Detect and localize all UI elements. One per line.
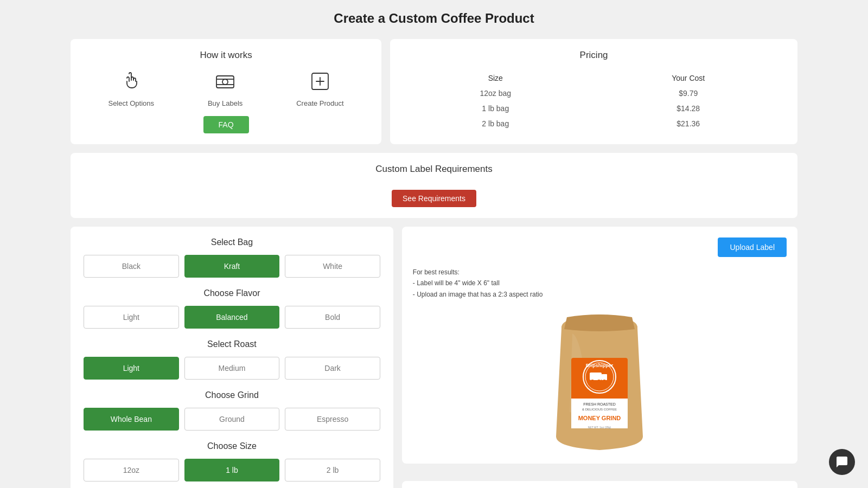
choose-flavor-buttons: Light Balanced Bold xyxy=(84,306,380,329)
grind-option-whole-bean[interactable]: Whole Bean xyxy=(84,408,179,431)
best-results-line-2: - Upload an image that has a 2:3 aspect … xyxy=(413,291,542,298)
choose-grind-title: Choose Grind xyxy=(84,390,380,400)
choose-grind-buttons: Whole Bean Ground Espresso xyxy=(84,408,380,431)
choose-size-buttons: 12oz 1 lb 2 lb xyxy=(84,459,380,481)
flavor-option-balanced[interactable]: Balanced xyxy=(184,306,280,329)
faq-button[interactable]: FAQ xyxy=(203,116,249,133)
flavor-option-light[interactable]: Light xyxy=(84,306,179,329)
choose-size-group: Choose Size 12oz 1 lb 2 lb xyxy=(84,441,380,481)
bag-option-kraft[interactable]: Kraft xyxy=(184,255,280,278)
svg-point-13 xyxy=(597,380,601,383)
plus-box-icon xyxy=(309,70,331,95)
choose-grind-group: Choose Grind Whole Bean Ground Espresso xyxy=(84,390,380,431)
roast-option-dark[interactable]: Dark xyxy=(285,357,380,380)
pricing-size-2: 1 lb bag xyxy=(401,101,590,116)
pricing-cost-3: $21.36 xyxy=(590,116,787,131)
preview-top-area: Upload Label xyxy=(413,237,787,262)
select-roast-title: Select Roast xyxy=(84,339,380,349)
create-product-card: Create Product xyxy=(402,481,797,488)
see-requirements-button[interactable]: See Requirements xyxy=(392,190,476,207)
bag-option-white[interactable]: White xyxy=(285,255,380,278)
chat-bubble[interactable] xyxy=(829,449,855,475)
svg-point-15 xyxy=(603,380,606,383)
money-icon xyxy=(214,70,236,95)
svg-text:MONEY GRIND: MONEY GRIND xyxy=(578,415,621,421)
svg-text:FRESH ROASTED: FRESH ROASTED xyxy=(584,402,616,406)
svg-point-1 xyxy=(222,79,228,85)
pricing-table: Size Your Cost 12oz bag $9.79 1 lb bag $… xyxy=(401,70,787,131)
pricing-row-2: 1 lb bag $14.28 xyxy=(401,101,787,116)
svg-rect-0 xyxy=(216,76,234,88)
bag-preview-svg: Dripshipper FRESH ROASTED & DELICIOUS CO… xyxy=(545,306,654,453)
select-roast-buttons: Light Medium Dark xyxy=(84,357,380,380)
bag-option-black[interactable]: Black xyxy=(84,255,179,278)
bag-preview: Dripshipper FRESH ROASTED & DELICIOUS CO… xyxy=(413,306,787,453)
how-it-works-steps: Select Options Buy Labels xyxy=(81,70,371,107)
size-option-1lb[interactable]: 1 lb xyxy=(184,459,280,481)
svg-text:& DELICIOUS COFFEE: & DELICIOUS COFFEE xyxy=(582,408,617,411)
pricing-cost-2: $14.28 xyxy=(590,101,787,116)
custom-label-title: Custom Label Requirements xyxy=(81,164,787,175)
step-create-product: Create Product xyxy=(296,70,343,107)
svg-rect-14 xyxy=(602,374,607,380)
upload-label-button[interactable]: Upload Label xyxy=(718,237,787,257)
pricing-row-3: 2 lb bag $21.36 xyxy=(401,116,787,131)
grind-option-espresso[interactable]: Espresso xyxy=(285,408,380,431)
select-bag-title: Select Bag xyxy=(84,237,380,247)
best-results-title: For best results: xyxy=(413,268,459,276)
select-options-card: Select Bag Black Kraft White Choose Flav… xyxy=(71,227,393,488)
pricing-card: Pricing Size Your Cost 12oz bag $9.79 1 … xyxy=(390,39,797,144)
pricing-cost-1: $9.79 xyxy=(590,86,787,101)
how-it-works-title: How it works xyxy=(81,50,371,61)
size-option-12oz[interactable]: 12oz xyxy=(84,459,179,481)
select-bag-group: Select Bag Black Kraft White xyxy=(84,237,380,278)
pricing-col-cost: Your Cost xyxy=(590,70,787,86)
svg-text:Dripshipper: Dripshipper xyxy=(586,363,614,368)
svg-point-12 xyxy=(591,380,594,383)
select-bag-buttons: Black Kraft White xyxy=(84,255,380,278)
chat-icon xyxy=(835,455,848,468)
roast-option-light[interactable]: Light xyxy=(84,357,179,380)
custom-label-card: Custom Label Requirements See Requiremen… xyxy=(71,153,797,218)
roast-option-medium[interactable]: Medium xyxy=(184,357,280,380)
step-select-options-label: Select Options xyxy=(108,99,154,107)
step-buy-labels-label: Buy Labels xyxy=(208,99,242,107)
step-create-product-label: Create Product xyxy=(296,99,343,107)
preview-card: Upload Label For best results: - Label w… xyxy=(402,227,797,464)
pricing-col-size: Size xyxy=(401,70,590,86)
page-title: Create a Custom Coffee Product xyxy=(71,11,797,26)
pricing-size-1: 12oz bag xyxy=(401,86,590,101)
choose-size-title: Choose Size xyxy=(84,441,380,451)
select-roast-group: Select Roast Light Medium Dark xyxy=(84,339,380,380)
best-results-line-1: - Label will be 4" wide X 6" tall xyxy=(413,279,500,287)
best-results-text: For best results: - Label will be 4" wid… xyxy=(413,267,787,300)
svg-text:NET WT. 1oz (28g): NET WT. 1oz (28g) xyxy=(588,426,611,429)
grind-option-ground[interactable]: Ground xyxy=(184,408,280,431)
step-buy-labels: Buy Labels xyxy=(208,70,242,107)
choose-flavor-title: Choose Flavor xyxy=(84,288,380,298)
pricing-size-3: 2 lb bag xyxy=(401,116,590,131)
how-it-works-card: How it works Select Options xyxy=(71,39,381,144)
step-select-options: Select Options xyxy=(108,70,154,107)
flavor-option-bold[interactable]: Bold xyxy=(285,306,380,329)
choose-flavor-group: Choose Flavor Light Balanced Bold xyxy=(84,288,380,329)
cursor-icon xyxy=(120,70,142,95)
pricing-title: Pricing xyxy=(401,50,787,61)
pricing-row-1: 12oz bag $9.79 xyxy=(401,86,787,101)
svg-rect-11 xyxy=(590,373,602,380)
size-option-2lb[interactable]: 2 lb xyxy=(285,459,380,481)
